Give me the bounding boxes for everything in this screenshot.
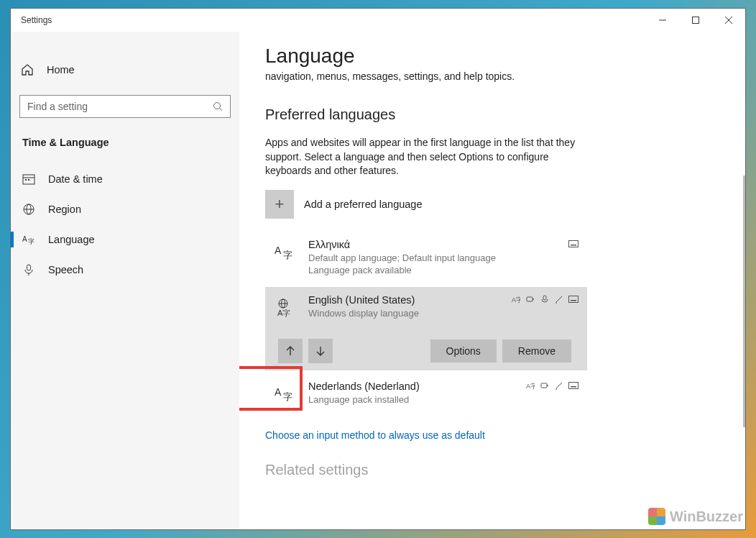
svg-point-27 — [533, 298, 534, 300]
language-glyph-icon: A字 — [272, 239, 298, 265]
svg-text:A: A — [22, 235, 27, 243]
svg-rect-30 — [571, 300, 576, 301]
settings-window: Settings Home Find a setting — [10, 8, 746, 530]
feature-icons: A字 — [511, 294, 578, 304]
sidebar-item-label: Speech — [48, 264, 83, 275]
related-settings-heading: Related settings — [265, 462, 716, 478]
sidebar-item-speech[interactable]: Speech — [11, 255, 239, 285]
keyboard-icon — [568, 380, 578, 391]
language-item-greek[interactable]: A字 Ελληνικά Default app language; Defaul… — [265, 232, 587, 284]
choose-input-link[interactable]: Choose an input method to always use as … — [265, 429, 485, 441]
language-pack-icon: A字 — [511, 294, 521, 304]
home-icon — [21, 63, 34, 76]
add-language-button[interactable]: + Add a preferred language — [265, 190, 716, 219]
sidebar-item-label: Region — [48, 204, 81, 215]
truncated-description: navigation, menus, messages, settings, a… — [265, 70, 716, 82]
svg-rect-34 — [541, 383, 547, 388]
keyboard-icon — [568, 294, 578, 304]
svg-rect-37 — [571, 386, 576, 388]
svg-rect-26 — [527, 297, 533, 301]
sidebar-item-label: Date & time — [48, 173, 103, 185]
remove-button[interactable]: Remove — [502, 339, 571, 363]
home-label: Home — [47, 64, 75, 76]
keyboard-icon — [568, 239, 578, 249]
svg-rect-28 — [543, 296, 546, 300]
feature-icons: A字 — [525, 380, 578, 391]
language-subtitle: Language pack installed — [308, 393, 577, 406]
tts-icon — [525, 294, 535, 304]
svg-text:A: A — [275, 386, 282, 398]
section-title: Preferred languages — [265, 106, 716, 123]
svg-text:A字: A字 — [512, 296, 520, 304]
arrow-down-icon — [315, 345, 326, 357]
language-item-dutch[interactable]: A字 Nederlands (Nederland) Language pack … — [265, 373, 587, 414]
svg-rect-15 — [27, 265, 31, 270]
microphone-icon — [22, 263, 35, 276]
svg-rect-19 — [569, 240, 578, 247]
calendar-icon — [22, 173, 35, 186]
language-glyph-icon: A字 — [272, 380, 298, 406]
maximize-icon — [692, 17, 699, 24]
watermark-logo-icon — [648, 508, 665, 525]
watermark-text: WinBuzzer — [670, 509, 743, 525]
svg-rect-8 — [25, 179, 27, 181]
language-pack-icon: A字 — [525, 380, 535, 391]
svg-text:A: A — [275, 245, 282, 256]
scrollbar[interactable] — [743, 175, 745, 427]
titlebar: Settings — [11, 9, 745, 32]
window-title: Settings — [21, 15, 52, 25]
search-input[interactable]: Find a setting — [19, 95, 231, 118]
main-content: Language navigation, menus, messages, se… — [239, 32, 745, 529]
language-subtitle2: Language pack available — [308, 264, 577, 277]
watermark: WinBuzzer — [648, 508, 743, 525]
arrow-up-icon — [285, 345, 296, 357]
plus-icon: + — [265, 190, 294, 219]
sidebar-item-language[interactable]: A字 Language — [11, 224, 239, 255]
svg-point-4 — [214, 103, 221, 109]
minimize-icon — [659, 17, 666, 24]
handwriting-icon — [554, 294, 564, 304]
close-icon — [725, 17, 732, 24]
move-up-button[interactable] — [278, 339, 303, 363]
speech-icon — [540, 294, 550, 304]
svg-point-35 — [547, 385, 548, 386]
globe-icon — [22, 203, 35, 216]
move-down-button[interactable] — [308, 339, 333, 363]
sidebar-item-label: Language — [48, 234, 95, 245]
svg-text:字: 字 — [283, 391, 292, 402]
svg-text:A字: A字 — [277, 309, 290, 317]
svg-text:字: 字 — [283, 250, 292, 260]
svg-rect-36 — [569, 382, 578, 388]
minimize-button[interactable] — [646, 9, 679, 32]
language-subtitle: Windows display language — [308, 307, 577, 320]
add-language-label: Add a preferred language — [304, 199, 422, 210]
category-title: Time & Language — [11, 137, 239, 148]
tts-icon — [540, 380, 550, 391]
svg-rect-20 — [571, 245, 576, 246]
close-button[interactable] — [712, 9, 745, 32]
search-placeholder: Find a setting — [27, 101, 213, 112]
feature-icons — [568, 239, 578, 249]
language-item-english[interactable]: A字 English (United States) Windows displ… — [265, 287, 587, 370]
svg-rect-1 — [693, 17, 699, 24]
language-globe-icon: A字 — [272, 294, 298, 320]
handwriting-icon — [554, 380, 564, 391]
options-button[interactable]: Options — [430, 339, 497, 363]
language-subtitle: Default app language; Default input lang… — [308, 252, 577, 265]
svg-text:字: 字 — [28, 238, 34, 245]
maximize-button[interactable] — [679, 9, 712, 32]
window-controls — [646, 9, 745, 32]
home-button[interactable]: Home — [11, 58, 239, 82]
page-title: Language — [265, 45, 716, 68]
svg-rect-29 — [569, 296, 578, 302]
svg-rect-9 — [28, 179, 29, 181]
sidebar-item-date-time[interactable]: Date & time — [11, 164, 239, 194]
sidebar: Home Find a setting Time & Language Date… — [11, 32, 239, 529]
language-name: Ελληνικά — [308, 239, 577, 250]
search-icon — [213, 101, 223, 111]
svg-text:A字: A字 — [526, 383, 535, 390]
language-icon: A字 — [22, 233, 35, 246]
svg-line-5 — [220, 109, 223, 111]
sidebar-item-region[interactable]: Region — [11, 194, 239, 224]
section-description: Apps and websites will appear in the fir… — [265, 136, 581, 178]
